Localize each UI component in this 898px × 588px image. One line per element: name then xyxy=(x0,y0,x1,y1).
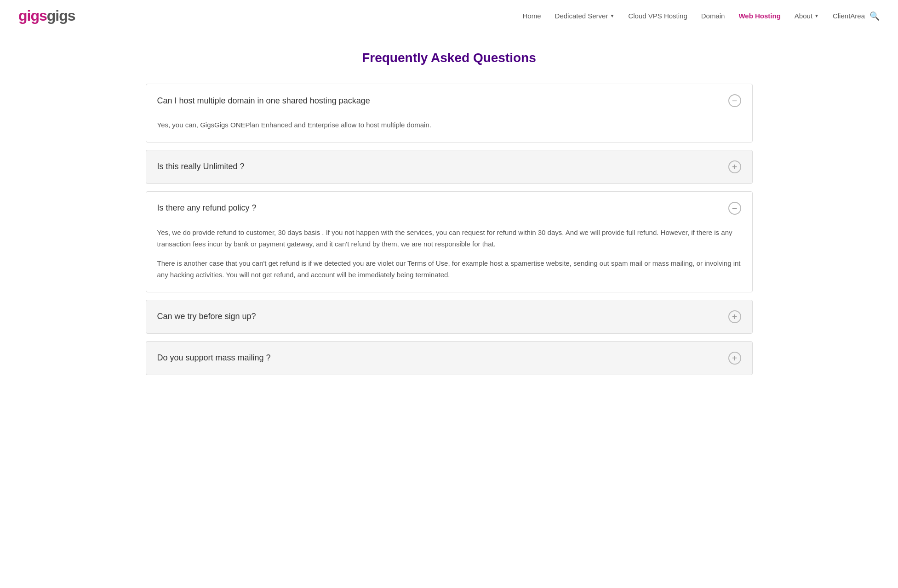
faq-header-4[interactable]: Can we try before sign up?+ xyxy=(146,300,752,333)
navbar: gigsgigs HomeDedicated Server▼Cloud VPS … xyxy=(0,0,898,32)
faq-header-3[interactable]: Is there any refund policy ?− xyxy=(146,192,752,225)
nav-item-home[interactable]: Home xyxy=(523,12,541,20)
faq-answer-1-1: Yes, you can, GigsGigs ONEPlan Enhanced … xyxy=(157,119,741,131)
faq-question-3: Is there any refund policy ? xyxy=(157,203,257,213)
faq-item-5: Do you support mass mailing ?+ xyxy=(146,341,753,375)
logo-part2: gigs xyxy=(47,7,75,24)
nav-links: HomeDedicated Server▼Cloud VPS HostingDo… xyxy=(523,12,865,20)
faq-question-4: Can we try before sign up? xyxy=(157,312,256,321)
faq-header-1[interactable]: Can I host multiple domain in one shared… xyxy=(146,84,752,117)
main-content: Frequently Asked Questions Can I host mu… xyxy=(137,32,762,410)
expand-icon[interactable]: + xyxy=(728,310,741,323)
faq-item-3: Is there any refund policy ?−Yes, we do … xyxy=(146,191,753,292)
faq-item-2: Is this really Unlimited ?+ xyxy=(146,150,753,184)
faq-body-3: Yes, we do provide refund to customer, 3… xyxy=(146,225,752,292)
faq-question-2: Is this really Unlimited ? xyxy=(157,162,245,171)
faq-question-1: Can I host multiple domain in one shared… xyxy=(157,96,370,106)
expand-icon[interactable]: + xyxy=(728,352,741,365)
nav-label-1: Dedicated Server xyxy=(555,12,608,20)
nav-item-clientarea[interactable]: ClientArea xyxy=(833,12,865,20)
faq-item-4: Can we try before sign up?+ xyxy=(146,300,753,334)
logo[interactable]: gigsgigs xyxy=(18,7,75,24)
expand-icon[interactable]: + xyxy=(728,160,741,173)
nav-label-5: About xyxy=(795,12,812,20)
nav-item-about[interactable]: About▼ xyxy=(795,12,819,20)
collapse-icon[interactable]: − xyxy=(728,202,741,215)
chevron-down-icon: ▼ xyxy=(814,13,819,18)
faq-question-5: Do you support mass mailing ? xyxy=(157,353,271,363)
page-title: Frequently Asked Questions xyxy=(146,51,753,65)
nav-item-domain[interactable]: Domain xyxy=(701,12,725,20)
faq-body-1: Yes, you can, GigsGigs ONEPlan Enhanced … xyxy=(146,117,752,142)
faq-header-5[interactable]: Do you support mass mailing ?+ xyxy=(146,342,752,375)
nav-dropdown-wrapper: About▼ xyxy=(795,12,819,20)
chevron-down-icon: ▼ xyxy=(610,13,614,18)
search-icon[interactable]: 🔍 xyxy=(869,11,880,21)
nav-item-web-hosting[interactable]: Web Hosting xyxy=(738,12,780,20)
logo-part1: gigs xyxy=(18,7,47,24)
faq-answer-3-2: There is another case that you can't get… xyxy=(157,257,741,281)
faq-header-2[interactable]: Is this really Unlimited ?+ xyxy=(146,150,752,183)
faq-container: Can I host multiple domain in one shared… xyxy=(146,84,753,375)
faq-answer-3-1: Yes, we do provide refund to customer, 3… xyxy=(157,227,741,250)
nav-item-cloud-vps-hosting[interactable]: Cloud VPS Hosting xyxy=(628,12,687,20)
nav-dropdown-wrapper: Dedicated Server▼ xyxy=(555,12,615,20)
nav-item-dedicated-server[interactable]: Dedicated Server▼ xyxy=(555,12,615,20)
collapse-icon[interactable]: − xyxy=(728,94,741,107)
faq-item-1: Can I host multiple domain in one shared… xyxy=(146,84,753,143)
